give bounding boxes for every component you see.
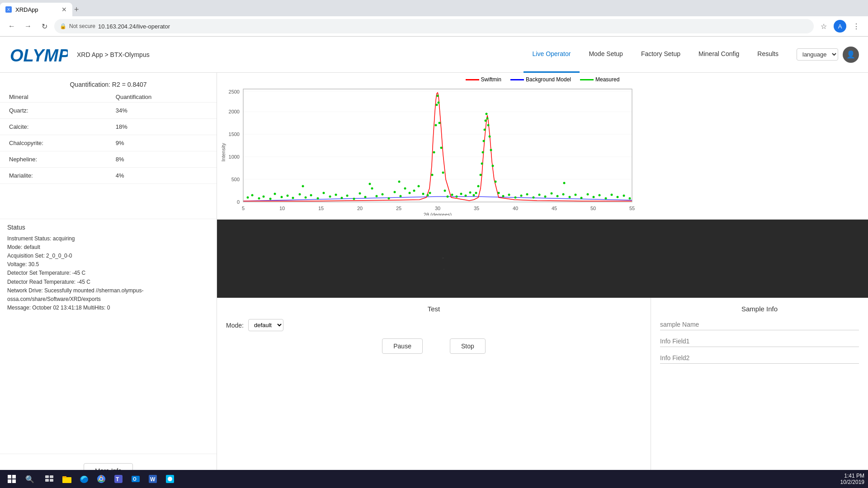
- stop-button[interactable]: Stop: [450, 338, 486, 354]
- taskbar-app-word[interactable]: W: [145, 471, 161, 487]
- svg-point-43: [341, 197, 343, 199]
- svg-point-50: [382, 193, 384, 196]
- nav-factory-setup[interactable]: Factory Setup: [632, 37, 689, 73]
- new-tab-button[interactable]: +: [74, 5, 79, 14]
- svg-point-58: [422, 193, 425, 195]
- nav-mode-setup[interactable]: Mode Setup: [580, 37, 632, 73]
- user-menu-button[interactable]: 👤: [843, 47, 859, 63]
- reload-button[interactable]: ↻: [38, 20, 51, 33]
- svg-text:Intensity: Intensity: [221, 143, 226, 161]
- svg-text:30: 30: [435, 206, 440, 211]
- measured-color: [580, 79, 594, 80]
- taskbar-app-chrome[interactable]: [93, 471, 109, 487]
- start-button[interactable]: [4, 471, 20, 487]
- active-tab[interactable]: X XRDApp ✕: [0, 3, 72, 16]
- taskbar-app-paint[interactable]: [162, 471, 178, 487]
- taskbar-app-edge[interactable]: [76, 471, 92, 487]
- svg-rect-131: [50, 479, 53, 482]
- svg-text:2000: 2000: [229, 109, 240, 114]
- svg-rect-128: [45, 475, 49, 478]
- sample-name-input[interactable]: [660, 319, 859, 330]
- not-secure-label: Not secure: [69, 23, 95, 29]
- url-display[interactable]: 10.163.204.24/live-operator: [98, 23, 808, 30]
- svg-point-67: [439, 122, 441, 124]
- nav-live-operator[interactable]: Live Operator: [524, 37, 580, 73]
- browser-chrome: X XRDApp ✕ + ← → ↻ 🔒 Not secure 10.163.2…: [0, 0, 868, 37]
- mineral-col-header: Mineral: [0, 92, 107, 103]
- svg-point-68: [440, 147, 443, 149]
- svg-point-63: [435, 124, 437, 127]
- taskbar-app-explorer[interactable]: [59, 471, 75, 487]
- svg-point-80: [480, 174, 482, 176]
- svg-point-72: [451, 194, 453, 196]
- bookmark-button[interactable]: ☆: [817, 20, 830, 33]
- svg-point-73: [456, 196, 458, 198]
- address-bar[interactable]: 🔒 Not secure 10.163.204.24/live-operator: [54, 19, 814, 33]
- svg-text:2500: 2500: [229, 89, 240, 94]
- svg-point-52: [394, 191, 396, 193]
- svg-point-86: [486, 113, 488, 115]
- forward-button[interactable]: →: [22, 20, 34, 33]
- svg-point-38: [310, 194, 312, 197]
- svg-point-34: [287, 195, 289, 197]
- main-content: Quantification: R2 = 0.8407 Mineral Quan…: [0, 73, 868, 488]
- svg-point-44: [346, 195, 349, 197]
- left-panel: Quantification: R2 = 0.8407 Mineral Quan…: [0, 73, 217, 488]
- quant-cell: 18%: [107, 119, 217, 135]
- browser-icons: ☆ A ⋮: [817, 20, 863, 33]
- svg-point-77: [473, 194, 475, 197]
- status-section: Status Instrument Status: acquiringMode:…: [0, 219, 217, 317]
- svg-text:5: 5: [242, 206, 245, 211]
- svg-point-79: [477, 185, 480, 188]
- mode-select[interactable]: defaultfastslow: [248, 319, 283, 331]
- svg-point-71: [447, 196, 449, 198]
- info-field2-input[interactable]: [660, 352, 859, 364]
- status-line: Voltage: 30.5: [7, 260, 209, 269]
- svg-text:T: T: [116, 476, 119, 483]
- svg-point-102: [551, 192, 553, 195]
- back-button[interactable]: ←: [5, 20, 18, 33]
- taskbar-app-teams[interactable]: T: [110, 471, 127, 487]
- language-select[interactable]: language: [797, 48, 838, 61]
- svg-rect-129: [50, 475, 53, 478]
- svg-point-109: [593, 196, 595, 198]
- taskbar-app-outlook[interactable]: O: [127, 471, 144, 487]
- svg-point-138: [100, 478, 103, 480]
- svg-point-111: [605, 197, 607, 200]
- user-avatar[interactable]: A: [834, 20, 846, 33]
- svg-text:55: 55: [629, 206, 635, 211]
- taskbar-search-button[interactable]: 🔍: [22, 471, 38, 487]
- pause-button[interactable]: Pause: [382, 338, 423, 354]
- svg-point-97: [520, 195, 523, 197]
- svg-point-105: [569, 196, 571, 198]
- menu-button[interactable]: ⋮: [850, 20, 863, 33]
- svg-point-39: [317, 197, 319, 200]
- camera-view: [217, 220, 633, 296]
- info-field2-container: [660, 352, 859, 364]
- chart-legend: Swiftmin Background Model Measured: [221, 76, 864, 83]
- svg-text:45: 45: [552, 206, 557, 211]
- svg-point-59: [427, 194, 429, 197]
- svg-point-100: [538, 194, 541, 196]
- svg-point-92: [495, 181, 497, 183]
- nav-results[interactable]: Results: [748, 37, 788, 73]
- nav-mineral-config[interactable]: Mineral Config: [689, 37, 748, 73]
- tab-close-button[interactable]: ✕: [61, 6, 67, 13]
- test-buttons: Pause Stop: [226, 338, 642, 354]
- status-line: Network Drive: Sucessfully mounted //she…: [7, 286, 209, 304]
- svg-point-76: [469, 192, 472, 194]
- legend-background: Background Model: [510, 76, 571, 83]
- table-row: Chalcopyrite:9%: [0, 135, 217, 151]
- taskbar-app-task-view[interactable]: [42, 471, 58, 487]
- svg-rect-1: [243, 89, 632, 202]
- table-row: Nepheline:8%: [0, 151, 217, 168]
- svg-point-75: [465, 195, 467, 197]
- sample-name-field: [660, 319, 859, 330]
- svg-point-53: [400, 195, 402, 197]
- mineral-cell: Chalcopyrite:: [0, 135, 107, 151]
- svg-rect-126: [8, 479, 11, 483]
- svg-point-85: [485, 120, 487, 122]
- browser-controls: ← → ↻ 🔒 Not secure 10.163.204.24/live-op…: [0, 16, 868, 37]
- info-field1-input[interactable]: [660, 336, 859, 347]
- svg-point-117: [398, 181, 401, 183]
